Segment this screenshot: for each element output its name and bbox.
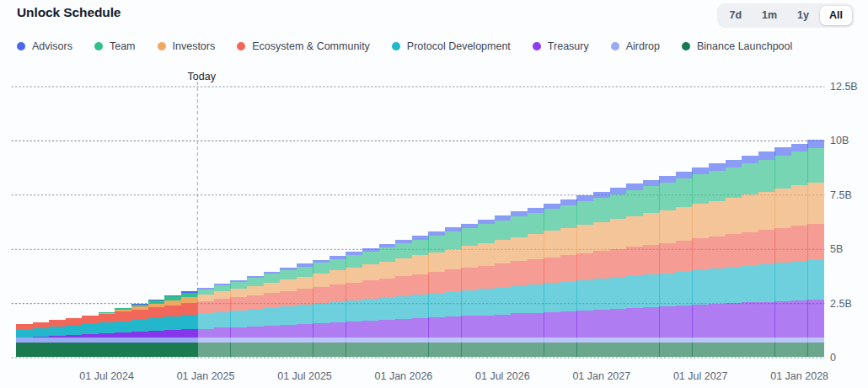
y-axis-tick-7.5b: 7.5B (830, 189, 852, 201)
today-marker-label: Today (188, 71, 216, 82)
x-axis-tick-01-jul-2025: 01 Jul 2025 (277, 370, 332, 382)
y-axis-tick-10b: 10B (830, 135, 849, 146)
unlock-chart-canvas[interactable] (0, 0, 868, 388)
x-axis-tick-01-jan-2028: 01 Jan 2028 (770, 370, 828, 382)
x-axis-tick-01-jan-2027: 01 Jan 2027 (572, 370, 630, 382)
x-axis-tick-01-jul-2027: 01 Jul 2027 (673, 370, 728, 382)
y-axis-tick-2.5b: 2.5B (830, 298, 852, 310)
y-axis-tick-0: 0 (830, 352, 836, 364)
x-axis-tick-01-jul-2024: 01 Jul 2024 (79, 370, 134, 382)
x-axis-tick-01-jul-2026: 01 Jul 2026 (475, 370, 530, 382)
stacked-bars (16, 140, 824, 357)
y-axis-tick-12.5b: 12.5B (830, 81, 858, 93)
x-axis-tick-01-jan-2026: 01 Jan 2026 (375, 370, 433, 382)
x-axis-tick-01-jan-2025: 01 Jan 2025 (177, 370, 235, 382)
y-axis-tick-5b: 5B (830, 243, 843, 255)
unlock-schedule-card: Unlock Schedule 7d 1m 1y All AdvisorsTea… (0, 0, 868, 388)
